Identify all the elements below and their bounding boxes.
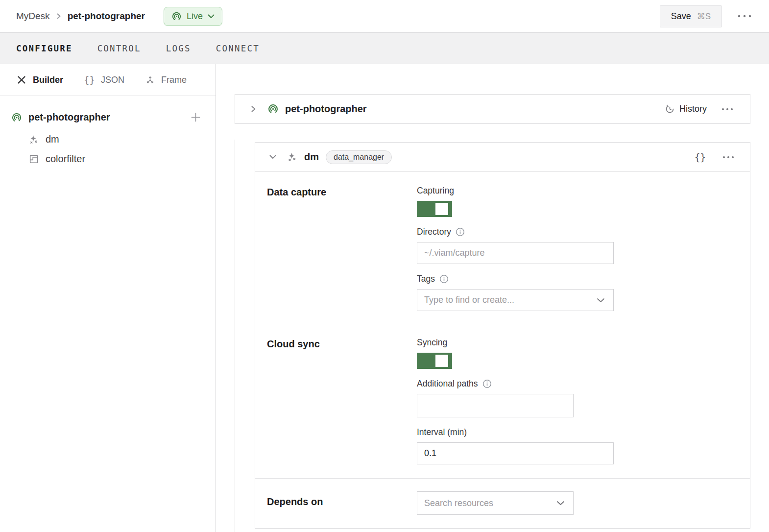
breadcrumb-org[interactable]: MyDesk <box>16 11 50 22</box>
interval-label: Interval (min) <box>417 427 467 437</box>
dm-collapse-button[interactable] <box>266 151 280 163</box>
cloud-sync-section: Cloud sync Syncing <box>255 326 750 478</box>
save-button[interactable]: Save ⌘S <box>660 5 722 27</box>
save-button-label: Save <box>671 11 691 22</box>
syncing-label: Syncing <box>417 338 447 348</box>
directory-field: Directory <box>417 227 731 264</box>
view-tab-json[interactable]: {} JSON <box>84 74 124 85</box>
ellipsis-icon <box>738 15 751 18</box>
tree-item-dm[interactable]: dm <box>28 134 204 145</box>
history-label: History <box>679 104 707 114</box>
additional-paths-field: Additional paths <box>417 379 731 417</box>
directory-input[interactable] <box>417 242 614 264</box>
syncing-field: Syncing <box>417 338 731 369</box>
braces-icon: {} <box>695 152 706 163</box>
tree-item-machine-label: pet-photographer <box>28 112 181 123</box>
view-tab-builder[interactable]: Builder <box>16 74 63 85</box>
depends-on-fields <box>417 491 731 515</box>
braces-icon: {} <box>84 74 95 85</box>
machine-status-label: Live <box>187 11 203 22</box>
part-header-card: pet-photographer History <box>235 94 750 124</box>
toggle-knob <box>435 203 448 215</box>
resource-tree: pet-photographer dm <box>0 96 216 165</box>
info-icon[interactable] <box>482 379 492 388</box>
machine-status-badge[interactable]: Live <box>164 7 222 26</box>
tab-connect[interactable]: CONNECT <box>216 44 260 53</box>
main-nav-tabs: CONFIGURE CONTROL LOGS CONNECT <box>0 32 769 64</box>
data-capture-title: Data capture <box>267 186 417 311</box>
machine-icon <box>11 112 22 123</box>
dm-card-header: dm data_manager {} <box>255 143 750 172</box>
toggle-knob <box>435 355 448 367</box>
depends-on-title: Depends on <box>267 491 417 515</box>
config-view-tabs: Builder {} JSON Frame <box>0 64 216 96</box>
additional-paths-label: Additional paths <box>417 379 478 389</box>
machine-live-icon <box>171 11 182 22</box>
info-icon[interactable] <box>439 274 449 284</box>
dm-name: dm <box>304 151 319 163</box>
sidebar: Builder {} JSON Frame <box>0 64 216 532</box>
add-resource-button[interactable] <box>188 109 204 125</box>
capturing-field: Capturing <box>417 186 731 217</box>
ellipsis-icon <box>722 156 734 159</box>
dm-model-badge: data_manager <box>326 150 392 164</box>
interval-input[interactable] <box>417 442 614 464</box>
capturing-toggle[interactable] <box>417 201 452 217</box>
data-capture-fields: Capturing Directory <box>417 186 731 311</box>
tree-item-dm-label: dm <box>46 134 59 145</box>
tab-configure[interactable]: CONFIGURE <box>16 44 72 53</box>
directory-label: Directory <box>417 227 451 237</box>
interval-field: Interval (min) <box>417 427 731 464</box>
cloud-sync-fields: Syncing Additional paths <box>417 338 731 464</box>
tree-item-colorfilter-label: colorfilter <box>46 153 85 165</box>
save-shortcut-hint: ⌘S <box>697 11 711 22</box>
dm-component-card: dm data_manager {} <box>255 142 750 529</box>
breadcrumb-machine-name: pet-photographer <box>68 11 145 22</box>
tags-select[interactable] <box>417 289 614 311</box>
history-clock-icon <box>665 104 675 114</box>
service-sparkle-icon <box>287 151 298 163</box>
service-sparkle-icon <box>28 134 39 145</box>
data-capture-section: Data capture Capturing <box>255 172 750 326</box>
view-tab-builder-label: Builder <box>33 75 63 85</box>
dm-more-menu-button[interactable] <box>720 153 737 162</box>
tags-label: Tags <box>417 274 435 284</box>
viam-app: MyDesk pet-photographer Live S <box>0 0 769 532</box>
tree-item-machine[interactable]: pet-photographer <box>11 109 204 125</box>
dm-json-mode-button[interactable]: {} <box>692 149 709 166</box>
view-tab-json-label: JSON <box>101 75 124 85</box>
machine-icon <box>267 103 279 115</box>
depends-on-select[interactable] <box>417 491 574 515</box>
additional-paths-input[interactable] <box>417 394 574 417</box>
depends-on-section: Depends on <box>255 478 750 528</box>
header-more-menu-button[interactable] <box>735 12 754 21</box>
tags-input[interactable] <box>417 289 614 311</box>
chevron-right-icon <box>250 104 257 114</box>
info-icon[interactable] <box>456 227 465 237</box>
tab-logs[interactable]: LOGS <box>166 44 191 53</box>
main-panel: pet-photographer History <box>216 64 769 532</box>
ellipsis-icon <box>721 108 733 111</box>
part-more-menu-button[interactable] <box>719 105 736 114</box>
breadcrumb-chevron-icon <box>56 12 62 21</box>
history-button[interactable]: History <box>665 104 707 114</box>
tags-field: Tags <box>417 274 731 311</box>
status-chevron-down-icon <box>208 14 215 19</box>
cloud-sync-title: Cloud sync <box>267 338 417 464</box>
top-header: MyDesk pet-photographer Live S <box>0 0 769 32</box>
part-resources-group: dm data_manager {} <box>235 140 750 532</box>
tab-control[interactable]: CONTROL <box>97 44 141 53</box>
content-area: Builder {} JSON Frame <box>0 64 769 532</box>
builder-tools-icon <box>16 74 27 85</box>
capturing-label: Capturing <box>417 186 454 196</box>
tree-item-colorfilter[interactable]: colorfilter <box>28 153 204 165</box>
view-tab-frame[interactable]: Frame <box>145 75 187 85</box>
syncing-toggle[interactable] <box>417 353 452 369</box>
frame-axes-icon <box>145 75 155 85</box>
view-tab-frame-label: Frame <box>161 75 187 85</box>
part-expand-button[interactable] <box>247 101 260 117</box>
component-step-icon <box>28 154 39 165</box>
depends-on-input[interactable] <box>417 491 574 515</box>
chevron-down-icon <box>269 154 277 160</box>
part-title: pet-photographer <box>285 103 367 115</box>
